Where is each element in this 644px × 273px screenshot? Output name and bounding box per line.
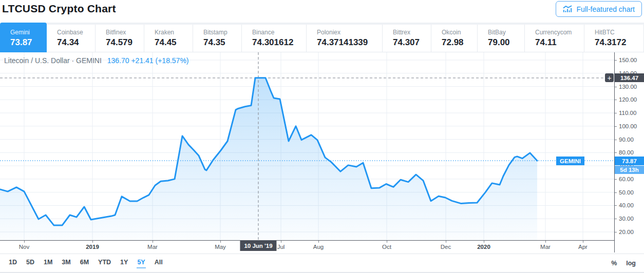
x-tick-mark (484, 241, 484, 243)
x-tick-mark (220, 241, 221, 243)
x-axis-label: 2019 (86, 244, 99, 250)
y-axis-label: 130.00 (619, 83, 637, 91)
price-chart[interactable] (0, 52, 614, 240)
time-axis[interactable]: Nov2019MarMayJulAugOctDec2020MarApr (0, 240, 614, 252)
exchange-tab-okcoin[interactable]: Okcoin72.98 (431, 25, 478, 52)
y-tick-mark (615, 87, 617, 87)
y-tick-mark (615, 140, 617, 140)
x-tick-mark (153, 241, 153, 243)
exchange-tab-bitfinex[interactable]: Bitfinex74.579 (96, 25, 144, 52)
bottom-toolbar: 1D5D1M3M6MYTD1Y5YAll %log (0, 254, 644, 273)
crosshair-date-badge: 10 Jun '19 (240, 241, 276, 251)
exchange-tab-currencycom[interactable]: Currencycom74.11 (525, 25, 584, 52)
x-axis-label: Aug (313, 244, 324, 250)
exchange-price: 74.37141339 (317, 37, 382, 48)
crosshair-price-badge: 136.47 (615, 73, 644, 82)
y-axis-label: 20.00 (619, 228, 634, 236)
x-axis-label: May (215, 244, 226, 250)
exchange-price: 74.301612 (252, 37, 306, 48)
range-button-ytd[interactable]: YTD (98, 258, 111, 268)
range-button-all[interactable]: All (154, 258, 163, 268)
exchange-price: 74.3172 (595, 37, 643, 48)
range-button-1d[interactable]: 1D (8, 258, 17, 268)
x-axis-label: Apr (578, 244, 588, 250)
exchange-tab-bitbay[interactable]: BitBay79.00 (478, 25, 525, 52)
symbol-header: Litecoin / U.S. Dollar · GEMINI 136.70 +… (4, 56, 189, 65)
exchange-price: 74.579 (106, 37, 144, 48)
y-axis-label: 50.00 (619, 188, 634, 197)
y-tick-mark (615, 113, 617, 113)
y-axis-label: 80.00 (619, 148, 634, 157)
exchange-price: 72.98 (442, 37, 477, 48)
y-axis-label: 40.00 (619, 201, 634, 209)
y-tick-mark (615, 205, 617, 206)
x-tick-mark (545, 241, 546, 243)
y-axis-label: 100.00 (619, 122, 637, 130)
exchange-price: 74.11 (535, 37, 584, 48)
exchange-price: 79.00 (488, 37, 524, 48)
y-axis-label: 120.00 (619, 95, 637, 104)
exchange-tab-bitstamp[interactable]: Bitstamp74.35 (193, 25, 242, 52)
exchange-tab-poloniex[interactable]: Poloniex74.37141339 (307, 25, 383, 52)
y-tick-mark (615, 100, 617, 100)
y-axis-label: 30.00 (619, 215, 634, 223)
range-button-5d[interactable]: 5D (26, 258, 35, 268)
range-button-1m[interactable]: 1M (43, 258, 53, 268)
chart-plot-area[interactable]: Litecoin / U.S. Dollar · GEMINI 136.70 +… (0, 52, 614, 240)
exchange-name: Currencycom (535, 29, 584, 36)
page-title: LTCUSD Crypto Chart (2, 3, 116, 15)
exchange-tab-gemini[interactable]: Gemini73.87 (0, 23, 47, 52)
x-tick-mark (92, 241, 93, 243)
exchange-name: Bittrex (393, 29, 431, 36)
chart-region: Litecoin / U.S. Dollar · GEMINI 136.70 +… (0, 52, 644, 252)
exchange-name: Bitfinex (106, 29, 144, 36)
symbol-title: Litecoin / U.S. Dollar · GEMINI (4, 56, 102, 65)
x-axis-label: Nov (19, 244, 29, 250)
x-axis-label: Dec (441, 244, 451, 250)
exchange-tab-hitbtc[interactable]: HitBTC74.3172 (584, 25, 644, 52)
range-button-1y[interactable]: 1Y (120, 258, 128, 268)
add-alert-plus-button[interactable]: + (605, 73, 614, 82)
y-axis-label: 60.00 (619, 175, 634, 183)
last-price-badge: 73.87 (615, 157, 644, 165)
y-tick-mark (615, 126, 617, 127)
y-tick-mark (615, 60, 617, 61)
scale-toggle-percent[interactable]: % (611, 260, 617, 267)
y-tick-mark (615, 219, 617, 219)
y-axis-label: 90.00 (619, 135, 634, 144)
range-selector: 1D5D1M3M6MYTD1Y5YAll (8, 258, 163, 268)
exchange-name: Okcoin (442, 29, 477, 36)
x-tick-mark (387, 241, 387, 243)
exchange-name: Poloniex (317, 29, 382, 36)
range-button-5y[interactable]: 5Y (137, 258, 145, 268)
x-axis-label: Jul (277, 244, 285, 250)
x-tick-mark (281, 241, 281, 243)
x-tick-mark (24, 241, 25, 243)
exchange-tab-kraken[interactable]: Kraken74.45 (144, 25, 193, 52)
y-axis-label: 110.00 (619, 109, 636, 117)
exchange-price: 74.35 (203, 37, 241, 48)
x-axis-label: Mar (540, 244, 551, 250)
exchange-name: Binance (252, 29, 306, 36)
price-axis[interactable]: 136.47 73.87 5d 13h 150.00140.00130.0012… (614, 52, 644, 252)
scale-toggles: %log (611, 260, 636, 267)
scale-toggle-log[interactable]: log (626, 260, 636, 267)
full-featured-chart-button[interactable]: Full-featured chart (556, 1, 642, 17)
exchange-name: Kraken (155, 29, 193, 36)
y-tick-mark (615, 192, 617, 193)
exchange-name: Coinbase (57, 29, 95, 36)
full-featured-chart-label: Full-featured chart (576, 5, 635, 13)
exchange-tab-bar: Gemini73.87Coinbase74.34Bitfinex74.579Kr… (0, 23, 644, 52)
x-axis-label: 2020 (477, 244, 490, 250)
last-price-exchange-badge: GEMINI (556, 157, 584, 165)
exchange-price: 74.45 (155, 37, 193, 48)
range-button-6m[interactable]: 6M (80, 258, 89, 268)
exchange-tab-bittrex[interactable]: Bittrex74.307 (383, 25, 431, 52)
x-tick-mark (446, 241, 446, 243)
x-axis-label: Oct (382, 244, 391, 250)
symbol-quote: 136.70 +21.41 (+18.57%) (107, 56, 189, 65)
y-tick-mark (615, 152, 617, 153)
exchange-tab-coinbase[interactable]: Coinbase74.34 (47, 25, 96, 52)
range-button-3m[interactable]: 3M (61, 258, 71, 268)
exchange-tab-binance[interactable]: Binance74.301612 (242, 25, 307, 52)
